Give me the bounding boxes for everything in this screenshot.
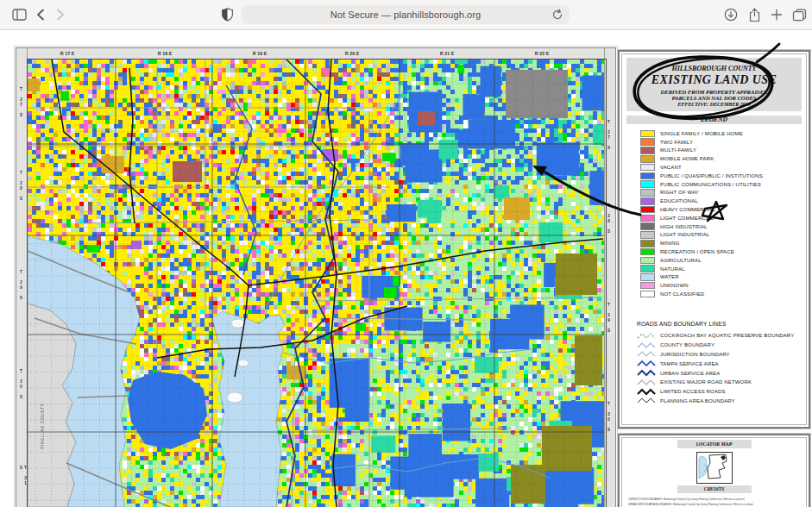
map-frame: PINELLAS COUNTY [27,59,607,507]
browser-window: Not Secure — planhillsborough.org PINELL… [0,0,812,507]
road-legend-items: COCKROACH BAY AQUATIC PRESERVE BOUNDARYC… [637,331,805,405]
title-main: EXISTING LAND USE [626,73,802,87]
locator-map-header: LOCATOR MAP [677,440,752,448]
road-line-sample-icon [637,379,656,386]
road-line-sample-icon [637,341,656,349]
road-legend-item: COUNTY BOUNDARY [637,341,805,350]
legend-item: HEAVY COMMERCIAL [640,205,805,214]
downloads-button[interactable] [721,6,740,23]
tab-overview-button[interactable] [790,6,809,23]
title-sub2: PARCELS AND NAL DOR CODES [626,95,802,101]
legend-item: LIGHT INDUSTRIAL [640,231,805,240]
map-title-block: HILLSBOROUGH COUNTY EXISTING LAND USE DE… [626,58,802,111]
legend-item: UNKNOWN [640,281,805,290]
share-button[interactable] [745,6,764,23]
back-button[interactable] [31,6,50,23]
legend-label: VACANT [660,165,682,170]
range-label: R 19 E [253,51,267,56]
legend-swatch [640,180,655,188]
roads-section-header: ROADS AND BOUNDARY LINES [637,321,727,327]
road-legend-label: LIMITED ACCESS ROADS [660,389,726,394]
browser-toolbar: Not Secure — planhillsborough.org [0,0,812,30]
township-label: T 27 S [19,87,23,118]
road-legend-label: TAMPA SERVICE AREA [660,361,719,366]
legend-swatch [640,215,655,222]
url-text: Not Secure — planhillsborough.org [330,9,482,20]
legend-items: SINGLE FAMILY / MOBILE HOMETWO FAMILYMUL… [640,129,805,298]
road-line-sample-icon [637,350,656,358]
road-line-sample-icon [637,360,656,367]
legend-item: MINING [640,239,805,247]
legend-label: RIGHT OF WAY [660,190,699,195]
legend-swatch [640,273,655,281]
legend-label: TWO FAMILY [660,140,693,145]
legend-label: EDUCATIONAL [660,198,698,203]
locator-panel: LOCATOR MAP CREDITS JURISDICTION BOUNDAR… [618,434,810,507]
pinellas-county-label: PINELLAS COUNTY [41,403,45,449]
legend-swatch [640,282,655,290]
range-label: R 20 E [345,51,359,56]
credit-line: JURISDICTION BOUNDARIES: Hillsborough Co… [628,498,803,501]
legend-panel: HILLSBOROUGH COUNTY EXISTING LAND USE DE… [618,50,810,429]
legend-item: PUBLIC / QUASIPUBLIC / INSTITUTIONS [640,172,805,180]
legend-label: MOBILE HOME PARK [660,156,714,161]
legend-swatch [640,206,655,214]
legend-label: RECREATION / OPEN SPACE [660,249,734,254]
locator-map-thumbnail [696,452,733,484]
legend-item: HIGH INDUSTRIAL [640,222,805,231]
legend-item: LIGHT COMMERCIAL [640,214,805,222]
legend-item: AGRICULTURAL [640,256,805,265]
road-legend-label: COUNTY BOUNDARY [660,342,714,347]
legend-swatch [640,172,655,180]
legend-label: AGRICULTURAL [660,258,702,263]
legend-item: SINGLE FAMILY / MOBILE HOME [640,129,805,138]
map-document-sheet: PINELLAS COUNTY R 17 ER 18 ER 19 ER 20 E… [16,47,616,507]
sidebar-toggle-button[interactable] [9,6,28,23]
range-label: R 18 E [158,51,172,56]
legend-swatch [640,164,655,172]
township-label: T 30 S [19,369,23,400]
road-legend-item: EXISTING MAJOR ROAD NETWORK [637,378,805,387]
url-field[interactable]: Not Secure — planhillsborough.org [242,5,570,24]
road-legend-label: COCKROACH BAY AQUATIC PRESERVE BOUNDARY [660,333,794,338]
legend-item: RECREATION / OPEN SPACE [640,247,805,256]
legend-swatch [640,147,655,154]
legend-swatch [640,197,655,205]
township-label: T 30 S [607,402,611,433]
title-county: HILLSBOROUGH COUNTY [626,65,802,72]
legend-label: NATURAL [660,266,685,272]
road-legend-item: JURISDICTION BOUNDARY [637,350,805,360]
legend-swatch [640,291,655,298]
legend-label: PUBLIC / QUASIPUBLIC / INSTITUTIONS [660,173,763,178]
forward-button[interactable] [51,6,70,23]
legend-item: VACANT [640,163,805,172]
road-legend-label: PLANNING AREA BOUNDARY [660,398,735,404]
road-line-sample-icon [637,332,656,340]
road-legend-item: TAMPA SERVICE AREA [637,359,805,368]
reload-button[interactable] [551,9,563,21]
legend-item: RIGHT OF WAY [640,189,805,197]
legend-swatch [640,222,655,230]
legend-swatch [640,248,655,256]
legend-label: WATER [660,274,679,279]
legend-item: WATER [640,273,805,282]
legend-swatch [640,138,655,146]
legend-label: PUBLIC COMMUNICATIONS / UTILITIES [660,182,761,187]
legend-label: UNKNOWN [660,283,689,288]
privacy-shield-icon[interactable] [217,6,236,23]
new-tab-button[interactable] [767,6,786,23]
legend-swatch [640,155,655,163]
road-legend-item: URBAN SERVICE AREA [637,368,805,378]
legend-label: HIGH INDUSTRIAL [660,224,708,229]
legend-item: NATURAL [640,265,805,273]
road-legend-label: EXISTING MAJOR ROAD NETWORK [660,379,752,385]
title-sub1: DERIVED FROM PROPERTY APPRAISER [626,89,802,95]
legend-label: MULTI-FAMILY [660,147,696,153]
township-label: T 29 S [19,270,23,301]
title-effective-date: EFFECTIVE: DECEMBER 2015 [626,102,802,107]
road-line-sample-icon [637,369,656,377]
legend-swatch [640,265,655,272]
road-legend-item: COCKROACH BAY AQUATIC PRESERVE BOUNDARY [637,331,805,341]
legend-label: SINGLE FAMILY / MOBILE HOME [660,131,743,136]
legend-item: NOT CLASSIFIED [640,290,805,298]
